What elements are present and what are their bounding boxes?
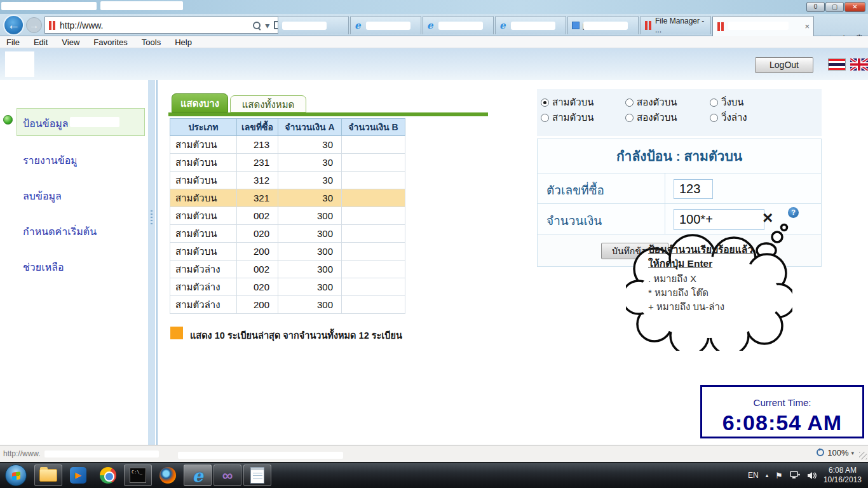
forward-button[interactable]: →	[26, 17, 42, 33]
cell: 321	[237, 189, 278, 207]
browser-tab[interactable]: ×	[712, 16, 814, 36]
table-row[interactable]: สามตัวบน21330	[170, 136, 405, 154]
sidebar-item-2[interactable]: รายงานข้อมูล	[23, 152, 84, 168]
cell: สามตัวบน	[170, 225, 237, 243]
radio-button-icon[interactable]	[541, 98, 549, 107]
table-row[interactable]: สามตัวบน020300	[170, 225, 405, 243]
table-row[interactable]: สามตัวล่าง200300	[170, 296, 405, 314]
cell: 020	[237, 225, 278, 243]
radio-label: สองตัวบน	[637, 95, 677, 110]
radio-label: สองตัวบน	[637, 110, 677, 125]
table-row[interactable]: สามตัวบน31230	[170, 172, 405, 189]
tab-close-icon[interactable]: ×	[799, 22, 810, 31]
entry-form-title: กำลังป้อน : สามตัวบน	[538, 139, 821, 173]
radio-button-icon[interactable]	[710, 98, 718, 107]
cell: 020	[237, 278, 278, 296]
back-button[interactable]: ←	[3, 15, 24, 36]
radio-option[interactable]: วิ่งบน	[710, 95, 794, 110]
cell	[342, 278, 405, 296]
menu-view[interactable]: View	[62, 37, 79, 47]
logout-button[interactable]: LogOut	[755, 57, 813, 73]
cell	[342, 243, 405, 261]
search-icon[interactable]	[253, 22, 261, 29]
browser-tab[interactable]: path d...	[567, 16, 639, 34]
zoom-control[interactable]: 100% ▾	[817, 448, 854, 458]
browser-tab[interactable]: e	[495, 16, 566, 34]
table-row[interactable]: สามตัวบน23130	[170, 154, 405, 172]
col-header-0[interactable]: ประเภท	[170, 119, 237, 136]
taskbar-item[interactable]	[34, 464, 62, 486]
cell: 300	[278, 207, 342, 225]
taskbar-item[interactable]	[94, 464, 122, 486]
cell: 200	[237, 243, 278, 261]
table-row[interactable]: สามตัวบน32130	[170, 189, 405, 207]
number-input[interactable]	[674, 179, 713, 199]
volume-icon[interactable]	[807, 471, 817, 480]
help-icon[interactable]: ?	[788, 207, 799, 218]
browser-tab[interactable]	[278, 16, 349, 34]
taskbar-icons: ▶C:\_e∞	[34, 464, 273, 486]
taskbar-item[interactable]	[243, 464, 271, 486]
language-indicator[interactable]: EN	[748, 471, 759, 480]
taskbar-item[interactable]: ▶	[64, 464, 92, 486]
radio-option[interactable]: สามตัวบน	[541, 95, 625, 110]
taskbar-item[interactable]: C:\_	[124, 464, 152, 486]
taskbar-item[interactable]	[154, 464, 182, 486]
address-bar[interactable]: http://www. ▾ ↻	[44, 17, 299, 34]
sidebar-scrollbar[interactable]	[151, 210, 153, 224]
resize-grip[interactable]	[859, 452, 867, 459]
sidebar-item-5[interactable]: ช่วยเหลือ	[23, 259, 64, 275]
browser-navigation-bar: ← → http://www. ▾ ↻ eeepath d...File Man…	[0, 14, 868, 36]
radio-option[interactable]: สองตัวบน	[625, 95, 710, 110]
col-header-1[interactable]: เลขที่ซื้อ	[237, 119, 278, 136]
address-dropdown-icon[interactable]: ▾	[265, 20, 269, 30]
redaction	[70, 117, 119, 127]
menu-favorites[interactable]: Favorites	[93, 37, 127, 47]
start-button[interactable]	[5, 464, 27, 486]
records-table-head: ประเภทเลขที่ซื้อจำนวนเงิน Aจำนวนเงิน B	[170, 119, 405, 136]
show-hidden-icons[interactable]: ▴	[766, 472, 769, 478]
browser-tab[interactable]: e	[423, 16, 494, 34]
menu-edit[interactable]: Edit	[34, 37, 48, 47]
radio-option[interactable]: สองตัวบน	[625, 110, 710, 125]
radio-option[interactable]: สามตัวบน	[541, 110, 625, 125]
network-icon[interactable]	[790, 471, 800, 480]
zoom-dropdown-icon[interactable]: ▾	[851, 450, 854, 456]
thai-flag-icon[interactable]	[828, 58, 846, 71]
radio-button-icon[interactable]	[710, 114, 718, 122]
sidebar-item-3[interactable]: ลบข้อมูล	[23, 188, 62, 204]
browser-tab[interactable]: File Manager - ...	[640, 16, 711, 34]
menu-tools[interactable]: Tools	[142, 37, 161, 47]
minimize-button[interactable]: 0	[806, 2, 825, 12]
col-header-2[interactable]: จำนวนเงิน A	[278, 119, 342, 136]
radio-button-icon[interactable]	[625, 114, 634, 122]
col-header-3[interactable]: จำนวนเงิน B	[342, 119, 405, 136]
sidebar-item-4[interactable]: กำหนดค่าเริ่มต้น	[23, 224, 97, 240]
screen: 0 ▢ ✕ ← → http://www. ▾ ↻ eeepath d...Fi…	[0, 0, 868, 488]
table-row[interactable]: สามตัวล่าง020300	[170, 278, 405, 296]
table-row[interactable]: สามตัวบน200300	[170, 243, 405, 261]
radio-button-icon[interactable]	[625, 98, 634, 107]
cell: สามตัวบน	[170, 172, 237, 189]
tray-clock[interactable]: 6:08 AM 10/16/2013	[824, 466, 862, 485]
menu-file[interactable]: File	[6, 37, 20, 47]
cell: 002	[237, 207, 278, 225]
radio-option[interactable]: วิ่งล่าง	[710, 110, 794, 125]
tab-show-all[interactable]: แสดงทั้งหมด	[230, 95, 306, 112]
maximize-button[interactable]: ▢	[825, 2, 844, 12]
browser-menu-bar: FileEditViewFavoritesToolsHelp	[0, 36, 868, 48]
table-row[interactable]: สามตัวล่าง002300	[170, 261, 405, 278]
tab-show-partial[interactable]: แสดงบางส่วน	[172, 93, 228, 112]
close-button[interactable]: ✕	[844, 2, 865, 12]
taskbar-item[interactable]: ∞	[214, 464, 241, 486]
radio-label: วิ่งบน	[721, 95, 744, 110]
uk-flag-icon[interactable]	[850, 58, 868, 71]
table-row[interactable]: สามตัวบน002300	[170, 207, 405, 225]
taskbar-item[interactable]: e	[184, 464, 212, 486]
browser-tab[interactable]: e	[350, 16, 421, 34]
address-url[interactable]: http://www.	[60, 20, 103, 30]
action-center-flag-icon[interactable]: ⚑	[775, 471, 783, 480]
radio-button-icon[interactable]	[541, 114, 549, 122]
menu-help[interactable]: Help	[175, 37, 192, 47]
sidebar-item-1[interactable]: ป้อนข้อมูล	[23, 116, 69, 132]
